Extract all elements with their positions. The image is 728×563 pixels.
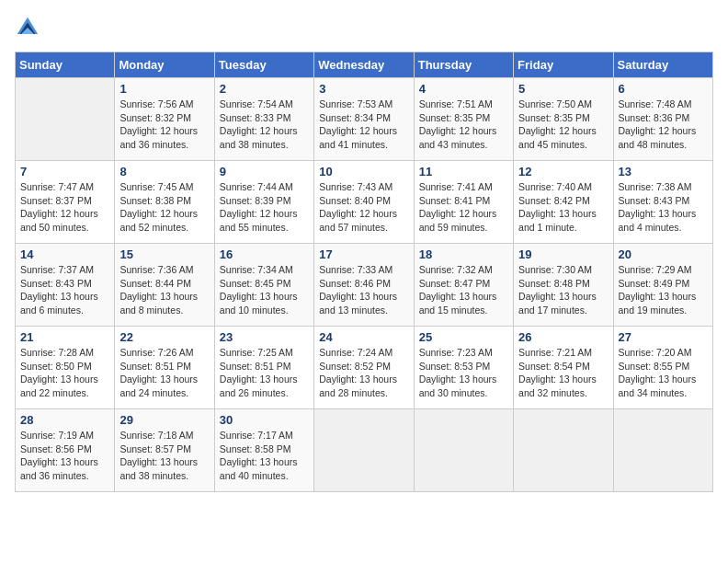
cell-info: Sunrise: 7:36 AMSunset: 8:44 PMDaylight:… bbox=[119, 263, 209, 317]
cell-info: Sunrise: 7:34 AMSunset: 8:45 PMDaylight:… bbox=[220, 263, 309, 317]
calendar-table: SundayMondayTuesdayWednesdayThursdayFrid… bbox=[15, 52, 713, 492]
calendar-cell: 27Sunrise: 7:20 AMSunset: 8:55 PMDayligh… bbox=[613, 327, 712, 409]
calendar-cell: 4Sunrise: 7:51 AMSunset: 8:35 PMDaylight… bbox=[414, 78, 513, 161]
cell-info: Sunrise: 7:32 AMSunset: 8:47 PMDaylight:… bbox=[419, 263, 508, 317]
col-header-sunday: Sunday bbox=[16, 52, 115, 78]
cell-info: Sunrise: 7:25 AMSunset: 8:51 PMDaylight:… bbox=[220, 346, 309, 400]
cell-info: Sunrise: 7:29 AMSunset: 8:49 PMDaylight:… bbox=[619, 263, 708, 317]
cell-info: Sunrise: 7:17 AMSunset: 8:58 PMDaylight:… bbox=[220, 429, 309, 483]
day-number: 25 bbox=[419, 330, 508, 344]
day-number: 9 bbox=[220, 165, 309, 178]
day-number: 16 bbox=[220, 247, 309, 261]
cell-info: Sunrise: 7:26 AMSunset: 8:51 PMDaylight:… bbox=[119, 346, 209, 400]
cell-info: Sunrise: 7:53 AMSunset: 8:34 PMDaylight:… bbox=[319, 98, 408, 152]
calendar-cell: 21Sunrise: 7:28 AMSunset: 8:50 PMDayligh… bbox=[16, 327, 115, 409]
calendar-cell bbox=[314, 409, 414, 492]
calendar-cell: 6Sunrise: 7:48 AMSunset: 8:36 PMDaylight… bbox=[613, 78, 712, 161]
cell-info: Sunrise: 7:23 AMSunset: 8:53 PMDaylight:… bbox=[419, 346, 508, 400]
day-number: 11 bbox=[419, 165, 508, 178]
cell-info: Sunrise: 7:24 AMSunset: 8:52 PMDaylight:… bbox=[319, 346, 408, 400]
cell-info: Sunrise: 7:48 AMSunset: 8:36 PMDaylight:… bbox=[619, 98, 708, 152]
cell-info: Sunrise: 7:54 AMSunset: 8:33 PMDaylight:… bbox=[220, 98, 309, 152]
calendar-cell: 17Sunrise: 7:33 AMSunset: 8:46 PMDayligh… bbox=[314, 244, 414, 327]
day-number: 14 bbox=[20, 247, 109, 261]
calendar-cell: 3Sunrise: 7:53 AMSunset: 8:34 PMDaylight… bbox=[314, 78, 414, 161]
day-number: 8 bbox=[119, 165, 209, 178]
col-header-tuesday: Tuesday bbox=[214, 52, 313, 78]
calendar-cell: 16Sunrise: 7:34 AMSunset: 8:45 PMDayligh… bbox=[214, 244, 313, 327]
cell-info: Sunrise: 7:20 AMSunset: 8:55 PMDaylight:… bbox=[619, 346, 708, 400]
day-number: 6 bbox=[619, 82, 708, 96]
calendar-cell: 14Sunrise: 7:37 AMSunset: 8:43 PMDayligh… bbox=[16, 244, 115, 327]
cell-info: Sunrise: 7:38 AMSunset: 8:43 PMDaylight:… bbox=[619, 180, 708, 235]
day-number: 5 bbox=[518, 82, 608, 96]
calendar-cell: 28Sunrise: 7:19 AMSunset: 8:56 PMDayligh… bbox=[16, 409, 115, 492]
day-number: 7 bbox=[20, 165, 109, 178]
calendar-cell: 18Sunrise: 7:32 AMSunset: 8:47 PMDayligh… bbox=[414, 244, 513, 327]
calendar-cell: 19Sunrise: 7:30 AMSunset: 8:48 PMDayligh… bbox=[514, 244, 613, 327]
day-number: 20 bbox=[619, 247, 708, 261]
day-number: 17 bbox=[319, 247, 408, 261]
cell-info: Sunrise: 7:28 AMSunset: 8:50 PMDaylight:… bbox=[20, 346, 109, 400]
cell-info: Sunrise: 7:37 AMSunset: 8:43 PMDaylight:… bbox=[20, 263, 109, 317]
day-number: 18 bbox=[419, 247, 508, 261]
calendar-cell: 15Sunrise: 7:36 AMSunset: 8:44 PMDayligh… bbox=[115, 244, 214, 327]
calendar-cell: 22Sunrise: 7:26 AMSunset: 8:51 PMDayligh… bbox=[115, 327, 214, 409]
calendar-cell: 5Sunrise: 7:50 AMSunset: 8:35 PMDaylight… bbox=[514, 78, 613, 161]
cell-info: Sunrise: 7:56 AMSunset: 8:32 PMDaylight:… bbox=[119, 98, 209, 152]
cell-info: Sunrise: 7:51 AMSunset: 8:35 PMDaylight:… bbox=[419, 98, 508, 152]
calendar-cell: 8Sunrise: 7:45 AMSunset: 8:38 PMDaylight… bbox=[115, 161, 214, 244]
cell-info: Sunrise: 7:19 AMSunset: 8:56 PMDaylight:… bbox=[20, 429, 109, 483]
day-number: 1 bbox=[119, 82, 209, 96]
cell-info: Sunrise: 7:43 AMSunset: 8:40 PMDaylight:… bbox=[319, 180, 408, 235]
calendar-cell: 23Sunrise: 7:25 AMSunset: 8:51 PMDayligh… bbox=[214, 327, 313, 409]
day-number: 15 bbox=[119, 247, 209, 261]
logo bbox=[15, 15, 44, 40]
cell-info: Sunrise: 7:45 AMSunset: 8:38 PMDaylight:… bbox=[119, 180, 209, 235]
col-header-friday: Friday bbox=[514, 52, 613, 78]
calendar-cell: 1Sunrise: 7:56 AMSunset: 8:32 PMDaylight… bbox=[115, 78, 214, 161]
calendar-cell: 7Sunrise: 7:47 AMSunset: 8:37 PMDaylight… bbox=[16, 161, 115, 244]
cell-info: Sunrise: 7:44 AMSunset: 8:39 PMDaylight:… bbox=[220, 180, 309, 235]
page-header bbox=[15, 15, 713, 40]
cell-info: Sunrise: 7:33 AMSunset: 8:46 PMDaylight:… bbox=[319, 263, 408, 317]
calendar-cell: 24Sunrise: 7:24 AMSunset: 8:52 PMDayligh… bbox=[314, 327, 414, 409]
calendar-cell: 26Sunrise: 7:21 AMSunset: 8:54 PMDayligh… bbox=[514, 327, 613, 409]
calendar-cell bbox=[16, 78, 115, 161]
day-number: 28 bbox=[20, 413, 109, 427]
calendar-cell: 25Sunrise: 7:23 AMSunset: 8:53 PMDayligh… bbox=[414, 327, 513, 409]
calendar-cell bbox=[613, 409, 712, 492]
cell-info: Sunrise: 7:21 AMSunset: 8:54 PMDaylight:… bbox=[518, 346, 608, 400]
day-number: 21 bbox=[20, 330, 109, 344]
calendar-cell: 29Sunrise: 7:18 AMSunset: 8:57 PMDayligh… bbox=[115, 409, 214, 492]
logo-icon bbox=[15, 15, 40, 40]
day-number: 22 bbox=[119, 330, 209, 344]
col-header-thursday: Thursday bbox=[414, 52, 513, 78]
col-header-saturday: Saturday bbox=[613, 52, 712, 78]
calendar-cell: 11Sunrise: 7:41 AMSunset: 8:41 PMDayligh… bbox=[414, 161, 513, 244]
cell-info: Sunrise: 7:30 AMSunset: 8:48 PMDaylight:… bbox=[518, 263, 608, 317]
day-number: 24 bbox=[319, 330, 408, 344]
day-number: 10 bbox=[319, 165, 408, 178]
cell-info: Sunrise: 7:50 AMSunset: 8:35 PMDaylight:… bbox=[518, 98, 608, 152]
calendar-cell: 13Sunrise: 7:38 AMSunset: 8:43 PMDayligh… bbox=[613, 161, 712, 244]
col-header-wednesday: Wednesday bbox=[314, 52, 414, 78]
day-number: 26 bbox=[518, 330, 608, 344]
day-number: 2 bbox=[220, 82, 309, 96]
calendar-cell: 10Sunrise: 7:43 AMSunset: 8:40 PMDayligh… bbox=[314, 161, 414, 244]
calendar-cell: 30Sunrise: 7:17 AMSunset: 8:58 PMDayligh… bbox=[214, 409, 313, 492]
col-header-monday: Monday bbox=[115, 52, 214, 78]
day-number: 4 bbox=[419, 82, 508, 96]
day-number: 23 bbox=[220, 330, 309, 344]
cell-info: Sunrise: 7:47 AMSunset: 8:37 PMDaylight:… bbox=[20, 180, 109, 235]
day-number: 3 bbox=[319, 82, 408, 96]
calendar-cell bbox=[514, 409, 613, 492]
day-number: 19 bbox=[518, 247, 608, 261]
calendar-cell: 2Sunrise: 7:54 AMSunset: 8:33 PMDaylight… bbox=[214, 78, 313, 161]
calendar-cell: 9Sunrise: 7:44 AMSunset: 8:39 PMDaylight… bbox=[214, 161, 313, 244]
day-number: 27 bbox=[619, 330, 708, 344]
cell-info: Sunrise: 7:40 AMSunset: 8:42 PMDaylight:… bbox=[518, 180, 608, 235]
day-number: 29 bbox=[119, 413, 209, 427]
calendar-cell: 20Sunrise: 7:29 AMSunset: 8:49 PMDayligh… bbox=[613, 244, 712, 327]
calendar-cell bbox=[414, 409, 513, 492]
